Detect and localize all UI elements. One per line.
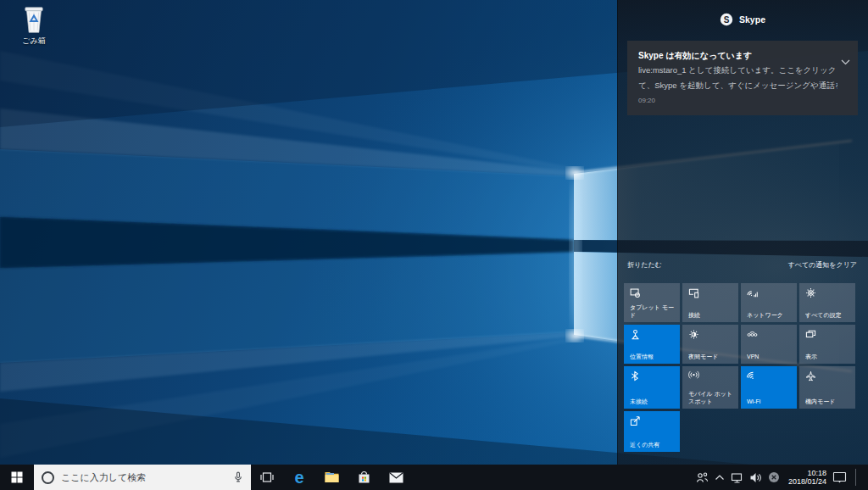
volume-icon[interactable]: [749, 472, 762, 483]
quick-action-label: 位置情報: [630, 354, 679, 361]
svg-text:S: S: [724, 15, 730, 25]
cortana-icon: [42, 471, 54, 484]
clock-date: 2018/01/24: [786, 477, 826, 487]
system-tray: 10:18 2018/01/24: [696, 465, 868, 490]
notification-body-line2: て、Skype を起動して、すぐにメッセージングや通話を始: [638, 79, 837, 92]
edge-button[interactable]: e: [283, 465, 315, 490]
taskbar-clock[interactable]: 10:18 2018/01/24: [786, 469, 826, 487]
recycle-bin-icon: [22, 5, 46, 34]
mail-icon: [389, 472, 403, 483]
quick-action-bluetooth[interactable]: 未接続: [624, 366, 680, 409]
notification-title: Skype は有効になっています: [638, 50, 837, 62]
recycle-bin[interactable]: ごみ箱: [12, 5, 56, 47]
start-button[interactable]: [0, 465, 34, 490]
quick-action-label: 機内モード: [805, 398, 854, 406]
action-center-panel: S Skype Skype は有効になっています live:mstaro_1 と…: [617, 0, 868, 465]
wifi-icon: [747, 370, 758, 381]
quick-action-connect[interactable]: 接続: [682, 283, 738, 322]
quick-action-label: 近くの共有: [630, 442, 679, 449]
settings-gear-icon: [805, 287, 816, 298]
taskbar-app-icons: e: [251, 465, 412, 490]
skype-notification-card[interactable]: Skype は有効になっています live:mstaro_1 として接続していま…: [627, 41, 858, 115]
show-desktop-button[interactable]: [863, 465, 867, 490]
quick-action-label: 表示: [805, 354, 854, 361]
status-x-icon[interactable]: [768, 471, 780, 483]
tray-separator: [855, 469, 856, 486]
quick-actions-grid: タブレット モード 接続: [624, 283, 855, 452]
quick-action-airplane-mode[interactable]: 機内モード: [799, 366, 855, 409]
windows-desktop: ごみ箱 S Skype Skype は有効になっています live:mstaro…: [0, 0, 868, 490]
quick-action-label: すべての設定: [805, 312, 854, 320]
collapse-link[interactable]: 折りたたむ: [627, 260, 662, 270]
quick-action-label: Wi-Fi: [747, 398, 796, 406]
connect-icon: [688, 287, 699, 298]
quick-action-tablet-mode[interactable]: タブレット モード: [624, 283, 680, 322]
chevron-down-icon[interactable]: [841, 59, 850, 65]
quick-action-project[interactable]: 表示: [799, 325, 855, 364]
quick-action-wifi[interactable]: Wi-Fi: [741, 366, 797, 409]
network-tray-icon[interactable]: [731, 472, 743, 483]
project-icon: [805, 329, 816, 340]
task-view-icon: [260, 471, 274, 484]
file-explorer-icon: [325, 471, 339, 483]
action-center-links: 折りたたむ すべての通知をクリア: [627, 260, 857, 270]
quick-action-label: VPN: [747, 354, 796, 361]
bluetooth-icon: [630, 370, 641, 381]
quick-action-night-light[interactable]: 夜間モード: [682, 325, 738, 364]
network-icon: [747, 287, 758, 298]
search-placeholder-text: ここに入力して検索: [61, 471, 226, 484]
store-button[interactable]: [348, 465, 380, 490]
quick-action-label: 接続: [688, 312, 737, 320]
people-icon[interactable]: [696, 471, 709, 483]
notification-body-line1: live:mstaro_1 として接続しています。ここをクリックし: [638, 64, 837, 77]
airplane-icon: [805, 370, 816, 381]
vpn-icon: [747, 329, 758, 340]
edge-icon: e: [294, 469, 303, 486]
skype-icon: S: [720, 13, 733, 26]
clock-time: 10:18: [786, 469, 826, 478]
quick-action-vpn[interactable]: VPN: [741, 325, 797, 364]
task-view-button[interactable]: [251, 465, 283, 490]
notification-group-title: Skype: [739, 14, 765, 25]
quick-action-label: 未接続: [630, 398, 679, 406]
mobile-hotspot-icon: [688, 370, 699, 381]
quick-action-label: タブレット モード: [630, 304, 679, 319]
mail-button[interactable]: [380, 465, 412, 490]
chevron-up-icon[interactable]: [715, 474, 725, 481]
quick-action-mobile-hotspot[interactable]: モバイル ホットスポット: [682, 366, 738, 409]
quick-action-label: モバイル ホットスポット: [688, 391, 737, 405]
quick-action-network[interactable]: ネットワーク: [741, 283, 797, 322]
store-icon: [358, 471, 370, 484]
notification-timestamp: 09:20: [638, 97, 837, 104]
taskbar-search-input[interactable]: ここに入力して検索: [34, 465, 251, 490]
recycle-bin-label: ごみ箱: [12, 36, 56, 47]
windows-logo-icon: [11, 471, 23, 483]
tablet-mode-icon: [630, 287, 641, 298]
quick-action-all-settings[interactable]: すべての設定: [799, 283, 855, 322]
quick-action-location[interactable]: 位置情報: [624, 325, 680, 364]
location-icon: [630, 329, 641, 340]
night-light-icon: [688, 329, 699, 340]
quick-action-label: 夜間モード: [688, 354, 737, 361]
taskbar: ここに入力して検索 e: [0, 465, 868, 490]
notification-group-header: S Skype: [617, 12, 868, 27]
nearby-sharing-icon: [630, 415, 641, 426]
action-center-button[interactable]: [832, 471, 847, 484]
microphone-icon[interactable]: [233, 471, 243, 484]
quick-action-nearby-sharing[interactable]: 近くの共有: [624, 411, 680, 452]
file-explorer-button[interactable]: [315, 465, 348, 490]
clear-all-notifications-link[interactable]: すべての通知をクリア: [788, 260, 858, 270]
quick-action-label: ネットワーク: [747, 312, 796, 320]
